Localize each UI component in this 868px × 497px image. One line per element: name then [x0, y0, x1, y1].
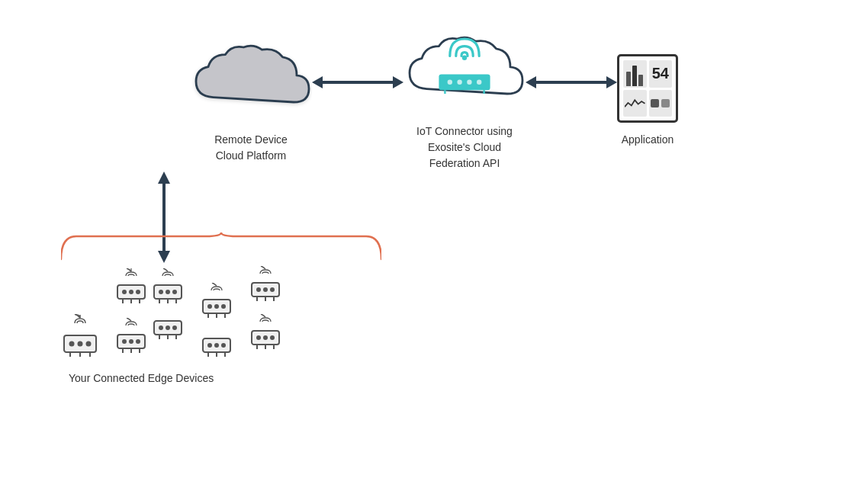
device-item	[61, 314, 99, 360]
svg-point-18	[69, 341, 75, 347]
devices-label: Your Connected Edge Devices	[69, 372, 214, 384]
app-wave-cell	[623, 90, 647, 117]
svg-rect-1	[323, 81, 393, 84]
svg-point-61	[214, 343, 219, 348]
curly-brace	[61, 232, 381, 263]
iot-cloud-icon	[403, 30, 526, 114]
app-controls-cell	[649, 90, 673, 117]
svg-point-33	[166, 290, 170, 294]
svg-point-54	[214, 304, 219, 309]
remote-device-label: Remote Device Cloud Platform	[214, 132, 288, 164]
devices-row	[61, 266, 442, 360]
svg-marker-2	[393, 76, 403, 88]
svg-point-26	[129, 290, 133, 294]
svg-point-48	[172, 325, 177, 330]
devices-section: Your Connected Edge Devices	[61, 232, 442, 384]
bottom-section-wrapper: Your Connected Edge Devices	[0, 172, 868, 293]
top-row: Remote Device Cloud Platform	[0, 30, 868, 172]
svg-point-32	[159, 290, 163, 294]
device-group-1	[61, 314, 99, 360]
iot-connector-node: IoT Connector usingExosite's CloudFedera…	[403, 30, 526, 172]
svg-point-25	[122, 290, 127, 294]
device-group-3	[200, 283, 233, 360]
svg-point-69	[270, 287, 275, 292]
svg-marker-13	[606, 76, 617, 88]
svg-point-55	[221, 304, 226, 309]
app-chart-cell	[623, 60, 647, 88]
arrow-remote-to-iot	[312, 71, 403, 94]
svg-rect-12	[536, 81, 606, 84]
svg-marker-0	[312, 76, 323, 88]
iot-connector-label: IoT Connector usingExosite's CloudFedera…	[416, 123, 513, 172]
arrow-iot-to-app	[526, 71, 617, 94]
svg-point-67	[256, 287, 261, 292]
svg-point-68	[263, 287, 268, 292]
svg-point-40	[129, 339, 133, 344]
svg-point-19	[78, 341, 83, 347]
svg-point-27	[136, 290, 140, 294]
application-label: Application	[622, 132, 674, 148]
svg-point-8	[477, 80, 481, 85]
svg-point-47	[166, 325, 170, 330]
svg-marker-14	[158, 172, 170, 184]
svg-point-3	[462, 56, 467, 60]
application-icon: 54	[617, 54, 678, 123]
app-number-cell: 54	[649, 60, 673, 88]
svg-point-75	[263, 335, 268, 340]
svg-rect-4	[439, 74, 490, 90]
svg-point-62	[221, 343, 226, 348]
device-group-2	[114, 268, 185, 360]
svg-point-60	[207, 343, 212, 348]
remote-cloud-icon	[190, 39, 312, 123]
application-node: 54 Application	[617, 54, 678, 148]
svg-point-5	[448, 80, 452, 85]
remote-device-node: Remote Device Cloud Platform	[190, 39, 312, 164]
svg-point-41	[136, 339, 140, 344]
svg-marker-11	[526, 76, 536, 88]
svg-point-6	[457, 80, 461, 85]
diagram-container: Remote Device Cloud Platform	[0, 0, 868, 497]
svg-point-76	[270, 335, 275, 340]
svg-point-20	[86, 341, 92, 347]
svg-point-74	[256, 335, 261, 340]
svg-point-34	[172, 290, 177, 294]
svg-point-39	[122, 339, 127, 344]
svg-point-46	[159, 325, 163, 330]
svg-point-7	[467, 80, 471, 85]
svg-point-53	[207, 304, 212, 309]
device-group-4	[249, 266, 282, 360]
